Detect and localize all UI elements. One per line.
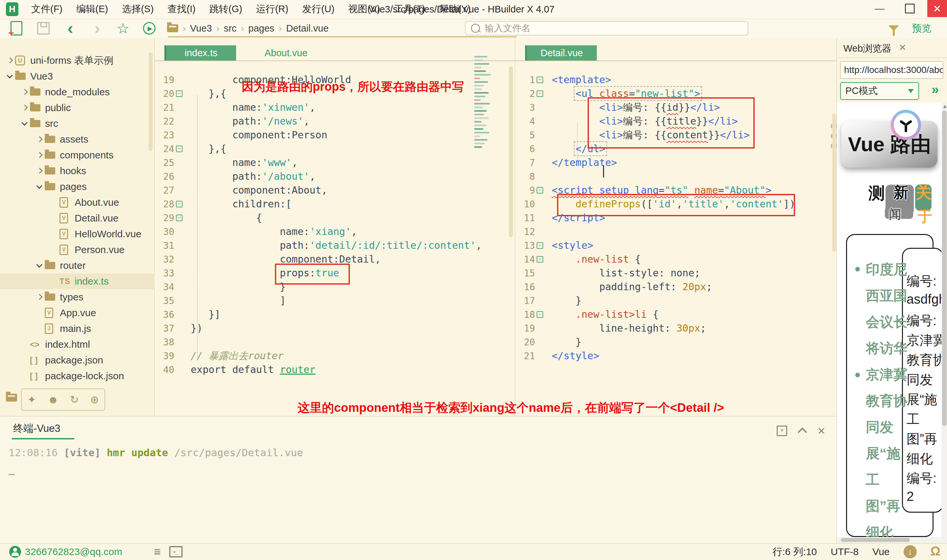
menu-item[interactable]: 编辑(E): [69, 3, 115, 16]
code-line-13[interactable]: 13−<style>: [515, 238, 836, 252]
news-line[interactable]: 会议长: [866, 313, 907, 331]
news-line[interactable]: 展“施: [866, 444, 900, 463]
code-line-25[interactable]: 25 name:'www',: [154, 156, 515, 169]
code-line-37[interactable]: 37 }): [154, 322, 515, 335]
news-line[interactable]: 将访华: [866, 339, 907, 358]
code-area-detail-vue[interactable]: 1−<template>2− <ul class="new-list">3 <l…: [515, 60, 836, 416]
code-line-22[interactable]: 22 path:'/news',: [154, 114, 515, 128]
chevron-right-icon[interactable]: [35, 150, 45, 160]
tree-item-package.json[interactable]: [ ]package.json: [0, 352, 174, 368]
chevron-down-icon[interactable]: [5, 71, 15, 81]
paw-icon[interactable]: ✦: [27, 393, 36, 406]
fold-icon[interactable]: −: [174, 215, 184, 221]
browser-tab[interactable]: Web浏览器: [844, 42, 892, 55]
chevron-down-icon[interactable]: [20, 118, 30, 129]
new-file-icon[interactable]: +: [7, 19, 26, 37]
code-line-27[interactable]: 27 component:About,: [154, 183, 515, 197]
tab-about.vue[interactable]: About.vue: [250, 45, 322, 60]
update-icon[interactable]: ↓: [904, 545, 917, 558]
code-line-10[interactable]: 10 defineProps(['id','title','content']): [515, 197, 836, 211]
fold-icon[interactable]: −: [535, 242, 545, 249]
code-line-33[interactable]: 33 props:true: [154, 266, 515, 280]
fold-icon[interactable]: −: [535, 77, 545, 83]
bell-icon[interactable]: Ω: [930, 544, 941, 558]
news-line[interactable]: 细化: [866, 523, 893, 537]
code-line-7[interactable]: 7</template>: [515, 156, 836, 169]
code-line-38[interactable]: 38: [154, 335, 515, 349]
tree-scrollbar[interactable]: [149, 52, 152, 151]
tab-index.ts[interactable]: index.ts: [165, 45, 236, 60]
code-line-34[interactable]: 34 }: [154, 280, 515, 294]
code-line-18[interactable]: 18− .new-list>li {: [515, 308, 836, 322]
code-area-index-ts[interactable]: 19 component:HelloWorld20− },{21 name:'x…: [154, 60, 515, 416]
editor-detail-vue[interactable]: Detail.vue 1−<template>2− <ul class="new…: [515, 38, 836, 416]
code-line-8[interactable]: 8: [515, 169, 836, 183]
close-icon[interactable]: ✕: [899, 42, 906, 53]
close-terminal-icon[interactable]: ✕: [814, 424, 828, 437]
nav-text[interactable]: 闻: [889, 206, 901, 223]
code-line-14[interactable]: 14− .new-list {: [515, 252, 836, 266]
minimap[interactable]: [474, 56, 495, 154]
preview-scrollbar-thumb[interactable]: [942, 111, 947, 426]
code-line-30[interactable]: 30 name:'xiang',: [154, 225, 515, 238]
sync-icon[interactable]: ↻: [70, 393, 79, 406]
cursor-position[interactable]: 行:6 列:10: [772, 545, 817, 559]
minimize-button[interactable]: —: [868, 0, 891, 17]
tree-item-public[interactable]: public: [0, 100, 174, 116]
more-icon[interactable]: »: [932, 82, 939, 97]
code-line-16[interactable]: 16 padding-left: 20px;: [515, 280, 836, 294]
fold-icon[interactable]: −: [535, 256, 545, 263]
tree-item-package-lock.json[interactable]: [ ]package-lock.json: [0, 368, 174, 384]
explorer-folder-icon[interactable]: [6, 394, 17, 402]
breadcrumb-item[interactable]: Vue3: [190, 23, 212, 34]
terminal-panel[interactable]: 终端-Vue3 12:08:16 [vite] hmr update /src/…: [0, 416, 836, 543]
url-input[interactable]: http://localhost:3000/abc: [840, 61, 943, 79]
globe-icon[interactable]: ⊕: [90, 393, 99, 406]
code-line-29[interactable]: 29− {: [154, 211, 515, 225]
account-email[interactable]: 3266762823@qq.com: [25, 546, 122, 557]
menu-item[interactable]: 跳转(G): [203, 3, 249, 16]
fold-icon[interactable]: −: [174, 201, 184, 208]
code-line-3[interactable]: 3 <li>编号: {{id}}</li>: [515, 100, 836, 114]
fold-icon[interactable]: −: [535, 90, 545, 97]
octocat-icon[interactable]: ☻: [48, 394, 59, 406]
preview-hscrollbar-thumb[interactable]: [841, 538, 910, 542]
close-button[interactable]: ✕: [927, 0, 947, 17]
code-line-35[interactable]: 35 ]: [154, 294, 515, 308]
editor-scrollbar[interactable]: [832, 114, 836, 252]
tree-item-node-modules[interactable]: node_modules: [0, 84, 174, 100]
maximize-button[interactable]: [898, 0, 921, 17]
code-line-28[interactable]: 28− children:[: [154, 197, 515, 211]
menu-item[interactable]: 查找(I): [160, 3, 202, 16]
code-line-26[interactable]: 26 path:'/about',: [154, 169, 515, 183]
nav-text[interactable]: 新: [893, 182, 909, 203]
tree-item-src[interactable]: src: [0, 116, 174, 131]
account-icon[interactable]: [9, 546, 21, 558]
code-line-24[interactable]: 24− },{: [154, 142, 515, 156]
code-line-40[interactable]: 40 export default router: [154, 363, 515, 377]
chevron-right-icon[interactable]: [5, 55, 15, 65]
browser-viewport[interactable]: Vue 路由 测 新 闻 关 于 印度尼西亚国会议长将访华京津冀教育协同发展“施…: [837, 103, 947, 537]
editor-scrollbar[interactable]: [509, 66, 513, 237]
preview-button[interactable]: 预览: [904, 19, 940, 37]
code-line-21[interactable]: 21</style>: [515, 349, 836, 363]
encoding[interactable]: UTF-8: [831, 546, 859, 557]
fold-icon[interactable]: −: [535, 311, 545, 318]
star-icon[interactable]: ☆: [114, 19, 132, 37]
code-line-1[interactable]: 1−<template>: [515, 73, 836, 87]
tree-item-uni-forms-[interactable]: Uuni-forms 表单示例: [0, 52, 160, 68]
code-line-11[interactable]: 11</script>: [515, 211, 836, 225]
menu-item[interactable]: 文件(F): [24, 3, 69, 16]
fold-icon[interactable]: −: [174, 146, 184, 152]
code-line-32[interactable]: 32 component:Detail,: [154, 252, 515, 266]
chevron-right-icon[interactable]: [35, 134, 45, 144]
tree-item-index.html[interactable]: <>index.html: [0, 337, 174, 352]
terminal-tab[interactable]: 终端-Vue3: [13, 422, 60, 435]
news-line[interactable]: 印度尼: [866, 260, 907, 279]
code-line-21[interactable]: 21 name:'xinwen',: [154, 100, 515, 114]
outline-icon[interactable]: ≡: [154, 545, 161, 559]
breadcrumb-item[interactable]: pages: [248, 23, 274, 34]
about-link-text[interactable]: 关: [915, 182, 932, 203]
tree-item-vue3[interactable]: Vue3: [0, 68, 160, 84]
news-line[interactable]: 同发: [866, 418, 893, 437]
